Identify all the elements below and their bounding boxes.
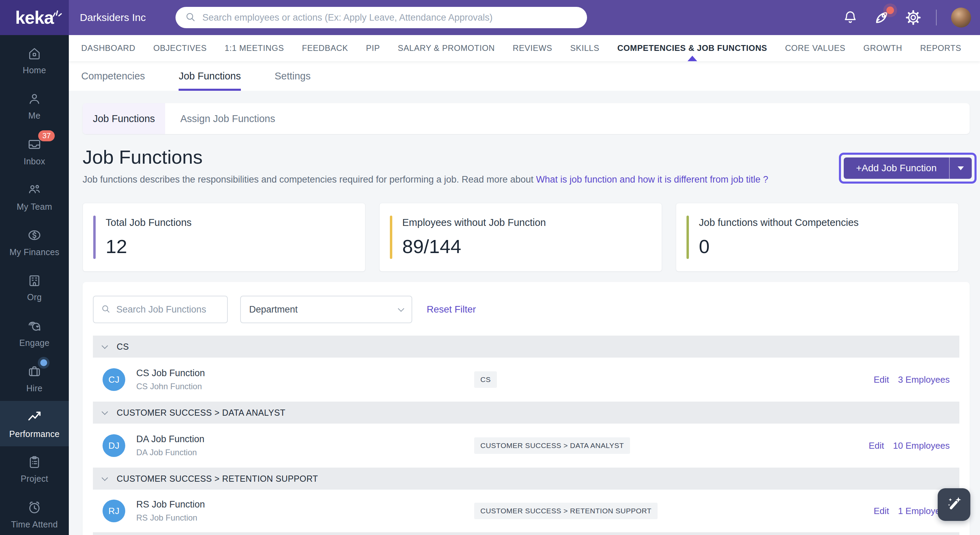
edit-link[interactable]: Edit xyxy=(869,440,884,451)
tab-job-functions[interactable]: Job Functions xyxy=(83,103,165,134)
what-is-job-function-link[interactable]: What is job function and how it is diffe… xyxy=(536,174,768,185)
collapse-chevron-icon[interactable] xyxy=(102,408,108,415)
sidebar: Home Me 37 Inbox xyxy=(0,35,69,535)
performance-nav: DASHBOARD OBJECTIVES 1:1 MEETINGS FEEDBA… xyxy=(69,35,980,61)
nav-tab-growth[interactable]: GROWTH xyxy=(863,35,902,61)
job-function-subtitle: CS John Function xyxy=(136,382,205,391)
stat-accent-bar xyxy=(390,216,392,259)
edit-link[interactable]: Edit xyxy=(874,375,889,385)
reset-filter-link[interactable]: Reset Filter xyxy=(427,304,476,315)
employees-link[interactable]: 3 Employees xyxy=(898,375,950,385)
nav-tab-objectives[interactable]: OBJECTIVES xyxy=(153,35,207,61)
keka-logo-text: keka xyxy=(15,8,54,27)
subnav-tab-job-functions[interactable]: Job Functions xyxy=(178,61,241,91)
tab-assign-job-functions[interactable]: Assign Job Functions xyxy=(180,103,275,134)
company-name: Darksiders Inc xyxy=(80,0,146,35)
nav-tab-competencies-job-functions[interactable]: COMPETENCIES & JOB FUNCTIONS xyxy=(617,35,767,61)
stat-card-employees-without-job-function: Employees without Job Function 89/144 xyxy=(379,203,662,271)
sidebar-item-my-team[interactable]: My Team xyxy=(0,174,69,219)
search-icon xyxy=(100,303,111,315)
global-search-input[interactable] xyxy=(202,13,578,23)
sidebar-item-engage[interactable]: Engage xyxy=(0,310,69,356)
nav-tab-1-1-meetings[interactable]: 1:1 MEETINGS xyxy=(225,35,284,61)
sidebar-label: Org xyxy=(27,292,42,302)
magic-wand-icon xyxy=(945,494,964,515)
magic-wand-button[interactable] xyxy=(938,488,970,521)
employees-link[interactable]: 10 Employees xyxy=(893,440,950,451)
department-select-value: Department xyxy=(249,304,399,315)
app-screen: keka Darksiders Inc xyxy=(0,0,980,535)
chevron-down-icon xyxy=(398,305,404,311)
job-function-avatar: CJ xyxy=(103,368,125,391)
nav-tab-dashboard[interactable]: DASHBOARD xyxy=(81,35,135,61)
settings-gear-icon[interactable] xyxy=(905,9,921,26)
sidebar-label: Me xyxy=(28,111,40,121)
subnav-tab-settings[interactable]: Settings xyxy=(275,61,311,91)
inbox-count-badge: 37 xyxy=(38,130,55,141)
department-select[interactable]: Department xyxy=(240,296,412,323)
sidebar-item-hire[interactable]: Hire xyxy=(0,356,69,401)
content-area: Job Functions Assign Job Functions Job F… xyxy=(69,91,980,535)
alarm-clock-icon xyxy=(27,500,42,515)
whats-new-rocket-icon[interactable] xyxy=(873,9,891,27)
department-tag: CS xyxy=(474,371,497,388)
keka-logo[interactable]: keka xyxy=(0,0,69,35)
stat-value: 12 xyxy=(106,235,365,257)
add-job-function-button[interactable]: +Add Job Function xyxy=(844,157,949,179)
collapse-chevron-icon[interactable] xyxy=(102,475,108,481)
nav-tab-core-values[interactable]: CORE VALUES xyxy=(785,35,845,61)
nav-tab-reports[interactable]: REPORTS xyxy=(920,35,961,61)
add-job-function-split-button: +Add Job Function xyxy=(844,157,972,179)
job-function-row-cs: CJ CS Job Function CS John Function CS E… xyxy=(93,357,959,402)
nav-tab-skills[interactable]: SKILLS xyxy=(570,35,600,61)
sidebar-item-performance[interactable]: Performance xyxy=(0,401,69,446)
logo-spark-icon xyxy=(52,2,62,22)
global-search[interactable] xyxy=(175,7,587,28)
notifications-bell-icon[interactable] xyxy=(842,10,858,25)
sidebar-label: Inbox xyxy=(24,156,45,167)
nav-tab-feedback[interactable]: FEEDBACK xyxy=(302,35,348,61)
sidebar-item-project[interactable]: Project xyxy=(0,446,69,492)
job-function-title: CS Job Function xyxy=(136,368,205,379)
job-function-avatar: RJ xyxy=(103,500,125,522)
nav-tab-salary-promotion[interactable]: SALARY & PROMOTION xyxy=(398,35,495,61)
profile-avatar[interactable] xyxy=(951,8,971,27)
stat-card-total-job-functions: Total Job Functions 12 xyxy=(83,203,366,271)
subnav-tab-competencies[interactable]: Competencies xyxy=(81,61,145,91)
edit-link[interactable]: Edit xyxy=(874,506,889,516)
sidebar-label: Performance xyxy=(9,429,59,439)
group-name: CUSTOMER SUCCESS > RETENTION SUPPORT xyxy=(117,474,318,484)
group-header-cs: CS xyxy=(93,336,959,357)
department-tag: CUSTOMER SUCCESS > RETENTION SUPPORT xyxy=(474,503,657,519)
job-function-title: DA Job Function xyxy=(136,434,204,445)
nav-tab-reviews[interactable]: REVIEWS xyxy=(513,35,552,61)
sidebar-item-time-attend[interactable]: Time Attend xyxy=(0,492,69,535)
job-functions-tab-card: Job Functions Assign Job Functions xyxy=(83,103,970,134)
job-function-subtitle: RS Job Function xyxy=(136,513,205,522)
sidebar-item-my-finances[interactable]: My Finances xyxy=(0,219,69,265)
job-function-search-box[interactable] xyxy=(93,296,228,323)
active-tab-caret xyxy=(687,56,697,61)
sidebar-item-me[interactable]: Me xyxy=(0,83,69,129)
collapse-chevron-icon[interactable] xyxy=(102,343,108,349)
sidebar-item-org[interactable]: Org xyxy=(0,265,69,310)
next-group-header-peek xyxy=(93,532,959,535)
stat-label: Employees without Job Function xyxy=(402,217,662,228)
nav-tab-label: COMPETENCIES & JOB FUNCTIONS xyxy=(617,43,767,53)
top-bar: keka Darksiders Inc xyxy=(0,0,980,35)
sidebar-item-inbox[interactable]: 37 Inbox xyxy=(0,129,69,174)
rocket-badge-dot xyxy=(886,6,894,14)
job-function-search-input[interactable] xyxy=(116,304,220,315)
job-function-row-data-analyst: DJ DA Job Function DA Job Function CUSTO… xyxy=(93,424,959,468)
sidebar-label: My Team xyxy=(16,202,52,212)
job-function-title: RS Job Function xyxy=(136,499,205,510)
add-job-function-dropdown-button[interactable] xyxy=(950,157,972,179)
user-icon xyxy=(27,92,42,106)
sidebar-label: Project xyxy=(21,474,48,484)
nav-tab-pip[interactable]: PIP xyxy=(366,35,380,61)
page-description-text: Job functions describes the responsibili… xyxy=(83,174,533,185)
top-icons xyxy=(842,0,971,35)
sidebar-item-home[interactable]: Home xyxy=(0,38,69,83)
stat-accent-bar xyxy=(686,216,689,259)
stat-label: Total Job Functions xyxy=(106,217,365,228)
